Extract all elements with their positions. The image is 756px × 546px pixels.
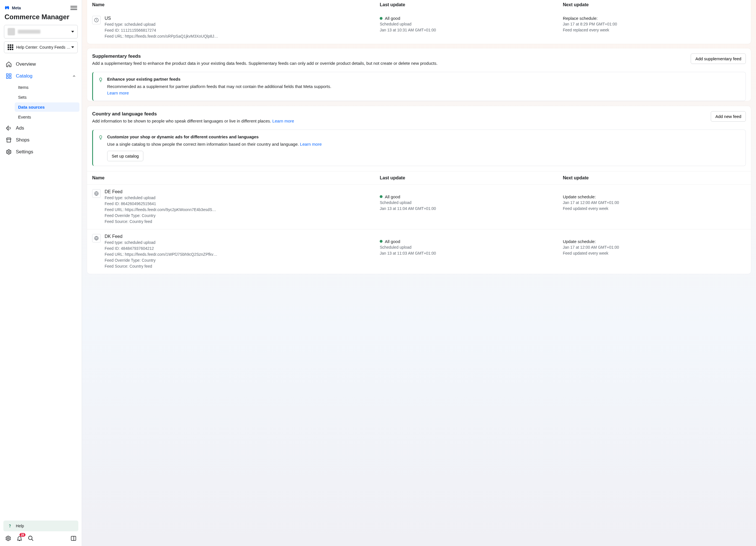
panel-toggle-icon[interactable] [70,535,77,541]
nav-overview-label: Overview [16,61,36,67]
catalog-grid-icon [8,44,13,50]
callout-title: Enhance your existing partner feeds [107,77,331,81]
chevron-down-icon [71,31,74,33]
supplementary-title: Supplementary feeds [92,53,438,59]
feed-id: Feed ID: 1112115566817274 [105,27,380,33]
status-sub2: Jan 13 at 11:04 AM GMT+01:00 [380,206,563,211]
nav-items[interactable]: Items [15,83,79,92]
feed-override: Feed Override Type: Country [105,257,380,263]
feed-url: Feed URL: https://feeds.feedr.com/1WPfJ7… [105,251,380,257]
svg-rect-9 [71,536,76,541]
supplementary-desc: Add a supplementary feed to enhance the … [92,60,438,67]
status-sub2: Jan 13 at 11:03 AM GMT+01:00 [380,250,563,256]
status-sub1: Scheduled upload [380,21,563,27]
next-line2: Feed updated every week [563,250,746,256]
next-title: Update schedule: [563,239,746,244]
nav-shops[interactable]: Shops [2,134,79,146]
nav-ads-label: Ads [16,125,24,131]
col-last: Last update [380,175,563,180]
svg-point-7 [7,538,9,539]
chevron-down-icon [71,46,74,48]
country-callout: Customize your shop or dynamic ads for d… [92,129,746,166]
country-desc: Add information to be shown to people wh… [92,118,272,123]
next-title: Replace schedule: [563,16,746,21]
main-content: Name Last update Next update US Feed typ… [82,0,756,546]
nav-catalog[interactable]: Catalog [2,70,79,82]
learn-more-link[interactable]: Learn more [107,90,129,95]
app-title: Commerce Manager [2,11,79,25]
setup-catalog-button[interactable]: Set up catalog [107,151,143,161]
account-avatar [8,28,15,35]
col-name: Name [92,175,380,180]
status-sub1: Scheduled upload [380,200,563,206]
supplementary-feeds-card: Supplementary feeds Add a supplementary … [87,48,751,101]
status-sub2: Jan 13 at 10:31 AM GMT+01:00 [380,27,563,33]
catalog-selector[interactable]: Help Center: Country Feeds … [4,41,78,53]
col-next: Next update [563,175,746,180]
feed-row[interactable]: DE Feed Feed type: scheduled upload Feed… [87,184,751,229]
next-line2: Feed updated every week [563,206,746,211]
status-dot [380,195,383,198]
supplementary-callout: Enhance your existing partner feeds Reco… [92,72,746,101]
feed-source: Feed Source: Country feed [105,263,380,269]
feed-source: Feed Source: Country feed [105,219,380,224]
lightbulb-icon [98,135,103,141]
account-selector[interactable] [4,25,78,38]
col-last: Last update [380,2,563,7]
callout-body: Use a single catalog to show people the … [107,142,300,146]
megaphone-icon [6,125,12,131]
catalog-icon [6,73,12,79]
clock-icon [92,16,101,24]
col-next: Next update [563,2,746,7]
menu-icon[interactable] [70,5,77,11]
feed-url: Feed URL: https://feeds.feedr.com/9yc2pK… [105,207,380,213]
sidebar: Meta Commerce Manager Help Center: Count… [0,0,82,546]
bell-icon[interactable]: 28 [16,535,23,541]
status-text: All good [385,16,400,21]
table-header: Name Last update Next update [87,171,751,184]
svg-point-4 [8,151,10,153]
callout-body: Recommended as a supplement for partner … [107,83,331,90]
help-button[interactable]: Help [3,521,78,531]
feed-id: Feed ID: 8642604962515641 [105,201,380,207]
nav-sets[interactable]: Sets [15,92,79,102]
svg-rect-2 [7,77,8,78]
next-line1: Jan 17 at 12:00 AM GMT+01:00 [563,200,746,206]
learn-more-link[interactable]: Learn more [272,118,294,123]
feed-type: Feed type: scheduled upload [105,239,380,245]
feed-id: Feed ID: 484847937604212 [105,245,380,251]
add-new-feed-button[interactable]: Add new feed [711,111,746,122]
feed-type: Feed type: scheduled upload [105,21,380,27]
country-feeds-card: Country and language feeds Add informati… [87,106,751,274]
meta-logo: Meta [5,5,21,11]
search-icon[interactable] [28,535,34,541]
settings-gear-icon[interactable] [5,535,11,541]
svg-rect-3 [9,77,11,78]
nav-overview[interactable]: Overview [2,58,79,70]
svg-point-8 [29,536,32,540]
feed-row-us[interactable]: US Feed type: scheduled upload Feed ID: … [87,11,751,44]
table-header: Name Last update Next update [87,0,751,11]
nav-catalog-label: Catalog [16,73,33,79]
learn-more-link[interactable]: Learn more [300,142,322,146]
svg-rect-0 [7,74,8,75]
nav-settings[interactable]: Settings [2,146,79,158]
status-text: All good [385,194,400,199]
gear-icon [6,149,12,155]
nav-data-sources[interactable]: Data sources [15,102,79,112]
nav-ads[interactable]: Ads [2,122,79,134]
account-name-redacted [18,30,40,34]
nav: Overview Catalog Items Sets Data sources… [2,58,79,521]
svg-point-6 [10,527,10,527]
feed-override: Feed Override Type: Country [105,213,380,219]
nav-settings-label: Settings [16,149,33,155]
feed-name: DE Feed [105,189,380,194]
next-line1: Jan 17 at 8:29 PM GMT+01:00 [563,21,746,27]
home-icon [6,61,12,67]
add-supplementary-feed-button[interactable]: Add supplementary feed [691,53,746,64]
status-text: All good [385,239,400,244]
nav-events[interactable]: Events [15,112,79,122]
feed-row[interactable]: DK Feed Feed type: scheduled upload Feed… [87,229,751,274]
globe-icon [92,234,101,242]
catalog-submenu: Items Sets Data sources Events [2,83,79,122]
